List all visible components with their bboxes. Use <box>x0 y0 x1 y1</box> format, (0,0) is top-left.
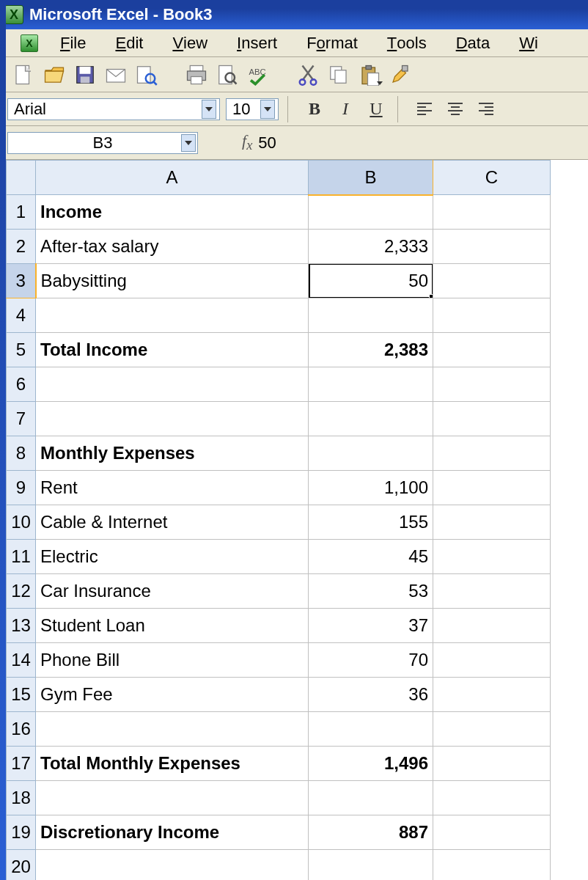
row-header[interactable]: 9 <box>7 471 36 505</box>
menu-window[interactable]: Wi <box>504 31 553 56</box>
cell[interactable]: Total Monthly Expenses <box>36 747 309 781</box>
cell[interactable] <box>433 436 551 471</box>
cell[interactable] <box>309 712 433 747</box>
email-icon[interactable] <box>103 62 129 88</box>
cell[interactable] <box>433 643 551 678</box>
cell[interactable]: Total Income <box>36 333 309 367</box>
row-header[interactable]: 14 <box>7 643 36 678</box>
cell[interactable] <box>433 471 551 505</box>
chevron-down-icon[interactable] <box>260 100 275 119</box>
cell[interactable]: Babysitting <box>36 264 309 298</box>
col-header-b[interactable]: B <box>309 161 433 195</box>
menu-insert[interactable]: Insert <box>222 31 292 56</box>
save-icon[interactable] <box>72 62 98 88</box>
row-header[interactable]: 1 <box>7 195 36 230</box>
menu-format[interactable]: Format <box>292 31 372 56</box>
cell[interactable]: 70 <box>309 643 433 678</box>
row-header[interactable]: 18 <box>7 781 36 815</box>
open-icon[interactable] <box>41 62 67 88</box>
copy-icon[interactable] <box>326 62 352 88</box>
cell[interactable] <box>36 298 309 333</box>
italic-button[interactable]: I <box>333 97 358 122</box>
cell[interactable] <box>309 195 433 230</box>
cell[interactable]: 2,333 <box>309 230 433 264</box>
cell[interactable]: 2,383 <box>309 333 433 367</box>
menu-edit[interactable]: Edit <box>100 31 158 56</box>
cell[interactable] <box>433 781 551 815</box>
cell[interactable] <box>36 367 309 402</box>
row-header[interactable]: 7 <box>7 402 36 436</box>
cell[interactable] <box>309 367 433 402</box>
cell[interactable] <box>433 367 551 402</box>
cell[interactable]: 50 <box>309 264 433 298</box>
cell[interactable] <box>433 505 551 540</box>
row-header[interactable]: 5 <box>7 333 36 367</box>
print-icon[interactable] <box>183 62 210 88</box>
cell[interactable]: 36 <box>309 678 433 712</box>
row-header[interactable]: 13 <box>7 609 36 643</box>
row-header[interactable]: 10 <box>7 505 36 540</box>
row-header[interactable]: 17 <box>7 747 36 781</box>
cell[interactable] <box>309 850 433 881</box>
cell[interactable]: Income <box>36 195 309 230</box>
format-painter-icon[interactable] <box>387 62 414 88</box>
cell[interactable] <box>36 781 309 815</box>
cell[interactable] <box>433 815 551 850</box>
cell[interactable] <box>309 781 433 815</box>
cell[interactable] <box>433 609 551 643</box>
search-icon[interactable] <box>133 62 160 88</box>
font-size-combo[interactable]: 10 <box>226 98 279 120</box>
cell[interactable]: Car Insurance <box>36 574 309 609</box>
menu-file[interactable]: File <box>45 31 100 56</box>
cell[interactable]: Monthly Expenses <box>36 436 309 471</box>
cell[interactable]: After-tax salary <box>36 230 309 264</box>
cell[interactable]: Electric <box>36 540 309 574</box>
col-header-c[interactable]: C <box>433 161 551 195</box>
row-header[interactable]: 11 <box>7 540 36 574</box>
chevron-down-icon[interactable] <box>181 134 196 152</box>
cell[interactable] <box>433 712 551 747</box>
cell[interactable] <box>309 298 433 333</box>
row-header[interactable]: 16 <box>7 712 36 747</box>
cell[interactable]: 45 <box>309 540 433 574</box>
cell[interactable]: Rent <box>36 471 309 505</box>
cell[interactable] <box>433 298 551 333</box>
cell[interactable] <box>433 747 551 781</box>
print-preview-icon[interactable] <box>214 62 240 88</box>
cell[interactable] <box>36 850 309 881</box>
align-center-button[interactable] <box>443 97 468 122</box>
cell[interactable] <box>433 678 551 712</box>
bold-button[interactable]: B <box>302 97 327 122</box>
excel-doc-icon[interactable]: X <box>21 34 38 52</box>
cell[interactable]: 155 <box>309 505 433 540</box>
cell[interactable] <box>433 195 551 230</box>
cell[interactable]: Discretionary Income <box>36 815 309 850</box>
cell[interactable]: Phone Bill <box>36 643 309 678</box>
cell[interactable]: 53 <box>309 574 433 609</box>
font-name-combo[interactable]: Arial <box>7 98 220 120</box>
align-right-button[interactable] <box>474 97 499 122</box>
cell[interactable]: Cable & Internet <box>36 505 309 540</box>
col-header-a[interactable]: A <box>36 161 309 195</box>
cell[interactable]: 887 <box>309 815 433 850</box>
new-icon[interactable] <box>10 62 37 88</box>
menu-tools[interactable]: Tools <box>372 31 441 56</box>
spreadsheet-grid[interactable]: A B C 1Income2After-tax salary2,3333Baby… <box>6 160 551 880</box>
row-header[interactable]: 12 <box>7 574 36 609</box>
cell[interactable] <box>309 436 433 471</box>
chevron-down-icon[interactable] <box>202 100 216 119</box>
menu-view[interactable]: View <box>158 31 222 56</box>
cell[interactable] <box>433 333 551 367</box>
row-header[interactable]: 19 <box>7 815 36 850</box>
row-header[interactable]: 3 <box>7 264 36 298</box>
row-header[interactable]: 15 <box>7 678 36 712</box>
spellcheck-icon[interactable]: ABC <box>245 62 271 88</box>
cell[interactable] <box>36 712 309 747</box>
select-all-corner[interactable] <box>7 161 36 195</box>
fx-label[interactable]: fx <box>242 131 252 153</box>
row-header[interactable]: 6 <box>7 367 36 402</box>
cell[interactable] <box>309 402 433 436</box>
cell[interactable]: 1,496 <box>309 747 433 781</box>
align-left-button[interactable] <box>412 97 437 122</box>
cell[interactable]: Gym Fee <box>36 678 309 712</box>
